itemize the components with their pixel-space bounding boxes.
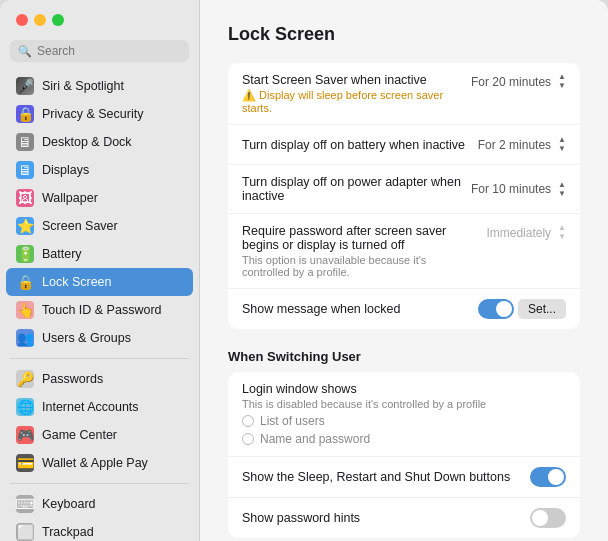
window-controls [16,14,64,26]
sleep-buttons-row: Show the Sleep, Restart and Shut Down bu… [228,457,580,498]
sidebar-label-gamecenter: Game Center [42,428,117,442]
password-hints-toggle[interactable] [530,508,566,528]
lock-screen-settings: Start Screen Saver when inactive ⚠️ Disp… [228,63,580,329]
main-content: Lock Screen Start Screen Saver when inac… [200,0,608,541]
display-battery-value: For 2 minutes [478,138,551,152]
password-hints-row: Show password hints [228,498,580,538]
display-battery-label: Turn display off on battery when inactiv… [242,138,468,152]
sidebar-item-screensaver[interactable]: ⭐ Screen Saver [6,212,193,240]
require-password-row: Require password after screen saver begi… [228,214,580,289]
touchid-icon: 👆 [16,301,34,319]
sidebar-item-desktop[interactable]: 🖥 Desktop & Dock [6,128,193,156]
login-window-row: Login window shows This is disabled beca… [228,372,580,457]
show-message-label: Show message when locked [242,302,468,316]
sidebar-item-privacy[interactable]: 🔒 Privacy & Security [6,100,193,128]
sidebar-item-passwords[interactable]: 🔑 Passwords [6,365,193,393]
sidebar-divider [10,483,189,484]
display-power-row: Turn display off on power adapter when i… [228,165,580,214]
display-power-control[interactable]: For 10 minutes ▲▼ [471,181,566,198]
show-message-row: Show message when locked Set... [228,289,580,329]
wallet-icon: 💳 [16,454,34,472]
when-switching-header: When Switching User [228,349,580,364]
set-message-button[interactable]: Set... [518,299,566,319]
sidebar-label-desktop: Desktop & Dock [42,135,132,149]
sidebar-label-lockscreen: Lock Screen [42,275,111,289]
sidebar-label-passwords: Passwords [42,372,103,386]
require-password-value: Immediately [486,226,551,240]
sidebar-label-siri: Siri & Spotlight [42,79,124,93]
wallpaper-icon: 🖼 [16,189,34,207]
screen-saver-control[interactable]: For 20 minutes ▲▼ [471,73,566,90]
sidebar-label-trackpad: Trackpad [42,525,94,539]
screen-saver-stepper[interactable]: ▲▼ [558,73,566,90]
require-password-stepper: ▲▼ [558,224,566,241]
login-window-label: Login window shows [242,382,566,396]
display-battery-stepper[interactable]: ▲▼ [558,136,566,153]
minimize-button[interactable] [34,14,46,26]
radio-label-name-password: Name and password [260,432,370,446]
sidebar-item-displays[interactable]: 🖥 Displays [6,156,193,184]
display-battery-control[interactable]: For 2 minutes ▲▼ [478,136,566,153]
battery-icon: 🔋 [16,245,34,263]
sidebar-label-keyboard: Keyboard [42,497,96,511]
sleep-buttons-toggle[interactable] [530,467,566,487]
password-hints-label: Show password hints [242,511,520,525]
search-icon: 🔍 [18,45,32,58]
sidebar-label-displays: Displays [42,163,89,177]
require-password-sublabel: This option is unavailable because it's … [242,254,476,278]
display-power-value: For 10 minutes [471,182,551,196]
sidebar-item-gamecenter[interactable]: 🎮 Game Center [6,421,193,449]
privacy-icon: 🔒 [16,105,34,123]
require-password-control: Immediately ▲▼ [486,224,566,241]
passwords-icon: 🔑 [16,370,34,388]
search-bar[interactable]: 🔍 [10,40,189,62]
users-icon: 👥 [16,329,34,347]
screen-saver-label: Start Screen Saver when inactive [242,73,461,87]
switching-settings: Login window shows This is disabled beca… [228,372,580,538]
lockscreen-icon: 🔒 [16,273,34,291]
sidebar-item-keyboard[interactable]: ⌨ Keyboard [6,490,193,518]
sidebar-label-internet: Internet Accounts [42,400,139,414]
screen-saver-sublabel: ⚠️ Display will sleep before screen save… [242,89,461,114]
keyboard-icon: ⌨ [16,495,34,513]
gamecenter-icon: 🎮 [16,426,34,444]
trackpad-icon: ⬜ [16,523,34,541]
login-window-sublabel: This is disabled because it's controlled… [242,398,566,410]
sidebar: 🔍 🎤 Siri & Spotlight 🔒 Privacy & Securit… [0,0,200,541]
sidebar-item-internet[interactable]: 🌐 Internet Accounts [6,393,193,421]
maximize-button[interactable] [52,14,64,26]
sidebar-item-touchid[interactable]: 👆 Touch ID & Password [6,296,193,324]
search-input[interactable] [37,44,181,58]
sidebar-label-wallpaper: Wallpaper [42,191,98,205]
sidebar-divider [10,358,189,359]
display-power-stepper[interactable]: ▲▼ [558,181,566,198]
desktop-icon: 🖥 [16,133,34,151]
sidebar-label-battery: Battery [42,247,82,261]
sidebar-label-users: Users & Groups [42,331,131,345]
sidebar-item-wallet[interactable]: 💳 Wallet & Apple Pay [6,449,193,477]
display-power-label: Turn display off on power adapter when i… [242,175,461,203]
radio-name-password: Name and password [242,432,566,446]
sidebar-label-wallet: Wallet & Apple Pay [42,456,148,470]
internet-icon: 🌐 [16,398,34,416]
sidebar-item-siri[interactable]: 🎤 Siri & Spotlight [6,72,193,100]
screen-saver-value: For 20 minutes [471,75,551,89]
radio-list-users: List of users [242,414,566,428]
show-message-toggle[interactable] [478,299,514,319]
sidebar-item-users[interactable]: 👥 Users & Groups [6,324,193,352]
sidebar-label-privacy: Privacy & Security [42,107,143,121]
radio-dot-name-password [242,433,254,445]
sleep-buttons-label: Show the Sleep, Restart and Shut Down bu… [242,470,520,484]
page-title: Lock Screen [228,24,580,45]
sidebar-item-lockscreen[interactable]: 🔒 Lock Screen [6,268,193,296]
close-button[interactable] [16,14,28,26]
screen-saver-row: Start Screen Saver when inactive ⚠️ Disp… [228,63,580,125]
sidebar-item-battery[interactable]: 🔋 Battery [6,240,193,268]
require-password-label: Require password after screen saver begi… [242,224,476,252]
sidebar-label-screensaver: Screen Saver [42,219,118,233]
displays-icon: 🖥 [16,161,34,179]
siri-icon: 🎤 [16,77,34,95]
screensaver-icon: ⭐ [16,217,34,235]
sidebar-item-trackpad[interactable]: ⬜ Trackpad [6,518,193,541]
sidebar-item-wallpaper[interactable]: 🖼 Wallpaper [6,184,193,212]
